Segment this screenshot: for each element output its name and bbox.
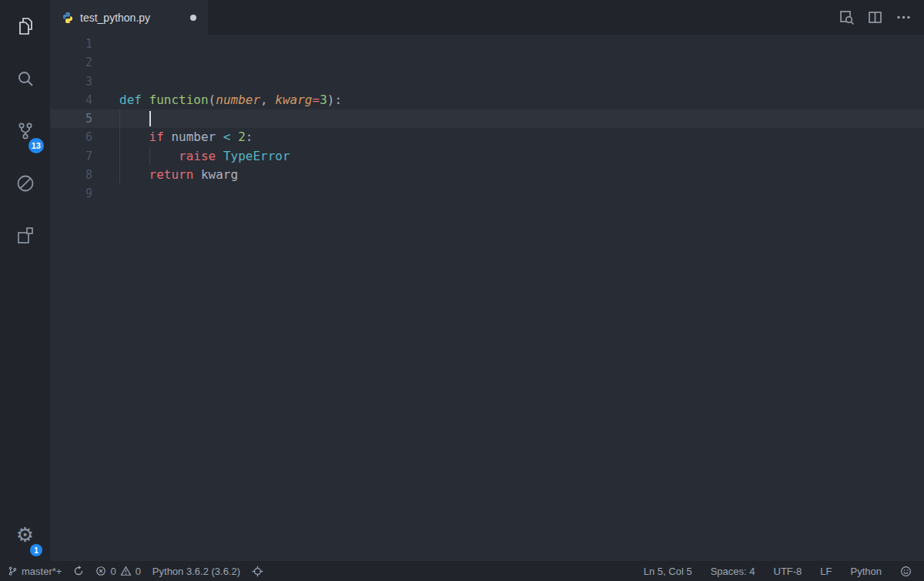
- files-icon: [15, 15, 36, 37]
- feedback-button[interactable]: [900, 566, 912, 577]
- status-bar: master*+ 0: [0, 561, 924, 581]
- line-number: 2: [50, 53, 92, 72]
- warning-count: 0: [136, 566, 141, 577]
- code-line[interactable]: 8 return kwarg: [50, 166, 924, 184]
- search-icon: [15, 68, 36, 89]
- more-actions-icon: [896, 9, 912, 25]
- target-icon: [252, 566, 263, 577]
- sync-button[interactable]: [73, 566, 84, 576]
- source-control-badge: 13: [28, 138, 44, 153]
- language-mode-status[interactable]: Python: [851, 566, 882, 577]
- sidebar-item-search[interactable]: [0, 52, 50, 105]
- python-file-icon: [62, 12, 74, 24]
- error-icon: [95, 566, 106, 576]
- indent-guide: [119, 128, 120, 146]
- line-number: 3: [50, 72, 92, 91]
- git-branch-label: master*+: [22, 566, 62, 577]
- linter-target-button[interactable]: [252, 566, 263, 577]
- python-interpreter-status[interactable]: Python 3.6.2 (3.6.2): [152, 566, 240, 577]
- editor-lines: 1234def function(number, kwarg=3):5 6 if…: [50, 35, 924, 203]
- editor-actions: [839, 0, 924, 35]
- sidebar-item-explorer[interactable]: [0, 0, 50, 52]
- warning-icon: [120, 566, 132, 576]
- git-branch-status[interactable]: master*+: [8, 566, 62, 577]
- line-number: 7: [50, 147, 92, 166]
- error-count: 0: [110, 566, 116, 577]
- activity-bar-spacer: [0, 262, 50, 509]
- code-line[interactable]: 1: [50, 35, 924, 53]
- indent-guide: [119, 109, 120, 128]
- status-bar-left: master*+ 0: [8, 566, 263, 577]
- line-content: [119, 72, 924, 91]
- indent-guide: [149, 147, 150, 166]
- line-content: [119, 35, 924, 53]
- workbench: 13 ⚙: [0, 0, 924, 561]
- tab-label: test_python.py: [80, 12, 150, 24]
- code-line[interactable]: 2: [50, 53, 924, 72]
- line-content: [119, 53, 924, 72]
- feedback-smiley-icon: [900, 566, 912, 577]
- line-number: 1: [50, 35, 92, 53]
- line-content: raise TypeError: [119, 147, 924, 166]
- eol-status[interactable]: LF: [820, 566, 832, 577]
- line-number: 9: [50, 184, 92, 203]
- code-line[interactable]: 9: [50, 184, 924, 203]
- activity-bar: 13 ⚙: [0, 0, 50, 561]
- line-content: return kwarg: [119, 166, 924, 184]
- vscode-window: 13 ⚙: [0, 0, 924, 581]
- sync-icon: [73, 566, 84, 576]
- line-content: [119, 184, 924, 203]
- sidebar-item-extensions[interactable]: [0, 210, 50, 262]
- indent-guide: [119, 147, 120, 166]
- tab-bar: test_python.py: [50, 0, 924, 35]
- sidebar-item-source-control[interactable]: 13: [0, 105, 50, 157]
- encoding-status[interactable]: UTF-8: [774, 566, 802, 577]
- settings-badge: 1: [30, 544, 42, 556]
- cursor-position-status[interactable]: Ln 5, Col 5: [644, 566, 692, 577]
- indent-guide: [119, 166, 120, 184]
- gear-icon: ⚙: [16, 525, 34, 545]
- indentation-status[interactable]: Spaces: 4: [711, 566, 755, 577]
- status-bar-right: Ln 5, Col 5 Spaces: 4 UTF-8 LF Python: [644, 566, 916, 577]
- code-line[interactable]: 5: [50, 109, 924, 128]
- more-actions-button[interactable]: [896, 9, 912, 25]
- line-number: 4: [50, 91, 92, 109]
- text-cursor: [149, 111, 151, 126]
- extensions-icon: [15, 225, 36, 247]
- git-branch-icon: [8, 566, 18, 576]
- split-editor-icon: [867, 9, 883, 25]
- tab-test-python[interactable]: test_python.py: [50, 0, 208, 35]
- sidebar-item-debug[interactable]: [0, 157, 50, 210]
- line-number: 8: [50, 166, 92, 184]
- line-content: [119, 109, 924, 128]
- editor[interactable]: 1234def function(number, kwarg=3):5 6 if…: [50, 35, 924, 561]
- line-number: 5: [50, 109, 92, 128]
- line-content: if number < 2:: [119, 128, 924, 146]
- modified-indicator: [190, 15, 196, 21]
- code-line[interactable]: 6 if number < 2:: [50, 128, 924, 146]
- code-line[interactable]: 3: [50, 72, 924, 91]
- open-preview-button[interactable]: [839, 9, 855, 25]
- problems-status[interactable]: 0 0: [95, 566, 140, 577]
- line-number: 6: [50, 128, 92, 146]
- python-interpreter-label: Python 3.6.2 (3.6.2): [152, 566, 240, 577]
- code-line[interactable]: 4def function(number, kwarg=3):: [50, 91, 924, 109]
- debug-icon: [15, 173, 36, 194]
- settings-button[interactable]: ⚙ 1: [0, 509, 50, 561]
- line-content: def function(number, kwarg=3):: [119, 91, 924, 109]
- open-preview-icon: [839, 9, 855, 25]
- editor-area: test_python.py: [50, 0, 924, 561]
- split-editor-button[interactable]: [867, 9, 883, 25]
- code-line[interactable]: 7 raise TypeError: [50, 147, 924, 166]
